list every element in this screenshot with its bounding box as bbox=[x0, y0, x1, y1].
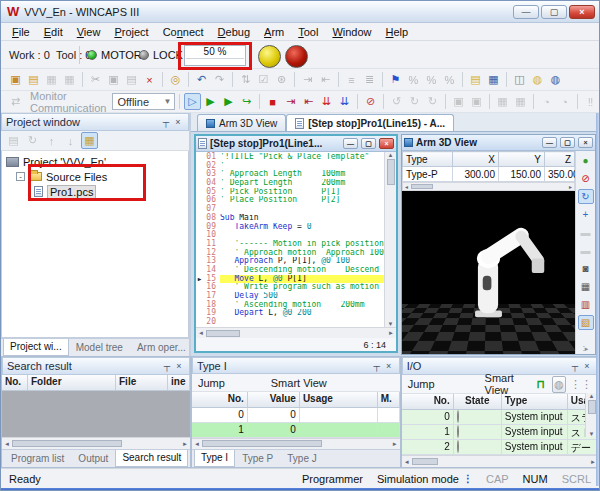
tab-arm-3d-view[interactable]: Arm 3D View bbox=[197, 114, 286, 131]
smart-view-label[interactable]: Smart View bbox=[485, 372, 530, 396]
scroll-left-icon[interactable]: ◄ bbox=[194, 441, 200, 447]
variable-row[interactable]: 10 bbox=[192, 423, 400, 438]
code-line[interactable]: 03' Approach Length 100mm bbox=[196, 170, 384, 179]
code-line[interactable]: 19 Depart L, @0 200 bbox=[196, 309, 384, 318]
speed-bar[interactable] bbox=[186, 58, 244, 64]
type-horizontal-scrollbar[interactable]: ◄ ► bbox=[192, 438, 400, 449]
arm-restore-button[interactable]: ▢ bbox=[560, 137, 575, 148]
io-horizontal-scrollbar[interactable]: ◄ ► bbox=[402, 455, 598, 467]
pulse-icon[interactable]: ⊓ bbox=[534, 376, 548, 393]
code-line[interactable]: 07 bbox=[196, 205, 384, 214]
editor-minimize-button[interactable]: — bbox=[343, 138, 358, 149]
search-result-body[interactable] bbox=[2, 391, 190, 437]
code-line[interactable]: 09 TakeArm Keep = 0 bbox=[196, 223, 384, 232]
variable-row[interactable]: 00 bbox=[192, 408, 400, 423]
io-row[interactable]: 0System inputスラ bbox=[402, 410, 598, 425]
editor-restore-button[interactable]: ▢ bbox=[361, 138, 376, 149]
code-line[interactable]: 02' bbox=[196, 162, 384, 171]
scroll-thumb[interactable] bbox=[12, 440, 122, 447]
delete-icon[interactable]: × bbox=[141, 71, 158, 88]
breakpoint-set-icon[interactable]: ⇊ bbox=[318, 93, 335, 110]
scroll-thumb[interactable] bbox=[206, 330, 240, 337]
step-out-icon[interactable]: ⇤ bbox=[300, 93, 317, 110]
code-line[interactable]: 01'!TITLE "Pick & Place Template" bbox=[196, 153, 384, 162]
scroll-left-icon[interactable]: ◄ bbox=[198, 330, 204, 336]
code-line[interactable]: 13 Approach P, P[1], @0 100 bbox=[196, 257, 384, 266]
lamp-icon[interactable]: ◍ bbox=[552, 376, 566, 393]
io-row[interactable]: 2System inputデー bbox=[402, 440, 598, 455]
editor-vertical-scrollbar[interactable]: ▲ ▼ bbox=[384, 152, 396, 327]
code-line[interactable]: 12 ' Approach motion Approach 100m bbox=[196, 249, 384, 258]
menu-project[interactable]: Project bbox=[107, 25, 155, 39]
variable-window-icon[interactable]: ▤ bbox=[467, 71, 484, 88]
scroll-up-icon[interactable]: ▲ bbox=[388, 152, 394, 158]
continue-icon[interactable]: ▶ bbox=[220, 93, 237, 110]
code-line[interactable]: 16 ' Write program such as motion o bbox=[196, 283, 384, 292]
pin-icon[interactable]: ┬ bbox=[160, 117, 172, 127]
tree-item-source-files[interactable]: - Source Files bbox=[6, 169, 188, 184]
close-button[interactable]: × bbox=[569, 5, 595, 19]
scroll-thumb[interactable] bbox=[588, 400, 596, 414]
menu-file[interactable]: File bbox=[5, 25, 37, 39]
breakpoint-clear-icon[interactable]: ⇊ bbox=[336, 93, 353, 110]
code-line[interactable]: 18 ' Ascending motion 200mm bbox=[196, 301, 384, 310]
pin-icon[interactable]: ┬ bbox=[161, 361, 173, 371]
scroll-thumb[interactable] bbox=[411, 184, 433, 189]
tab-search-result[interactable]: Search result bbox=[115, 450, 188, 467]
robot-3d-viewport[interactable] bbox=[402, 191, 575, 354]
close-panel-icon[interactable]: × bbox=[172, 117, 184, 127]
arm-minimize-button[interactable]: — bbox=[542, 137, 557, 148]
code-line[interactable]: 05' Pick Position P[1] bbox=[196, 188, 384, 197]
no-entry-icon[interactable]: ⊘ bbox=[578, 171, 594, 186]
scroll-right-icon[interactable]: ► bbox=[388, 330, 394, 336]
code-editor[interactable]: 01'!TITLE "Pick & Place Template"02'03' … bbox=[196, 152, 384, 327]
search-icon[interactable]: ◎ bbox=[167, 71, 184, 88]
pause-hand-icon[interactable]: ⊘ bbox=[362, 93, 379, 110]
tab-program-editor[interactable]: [Step stop]Pro1(Line15) - A... bbox=[286, 114, 454, 131]
strip-overflow-icon[interactable]: ⁚▸ bbox=[583, 345, 589, 354]
scroll-thumb[interactable] bbox=[202, 440, 322, 447]
error-monitor-icon[interactable]: ◍ bbox=[547, 71, 564, 88]
code-line[interactable]: 10 bbox=[196, 231, 384, 240]
code-line[interactable]: 17 Delay 500 bbox=[196, 292, 384, 301]
tab-model-tree[interactable]: Model tree bbox=[69, 339, 130, 356]
code-line[interactable]: 08Sub Main bbox=[196, 214, 384, 223]
menu-tool[interactable]: Tool bbox=[291, 25, 325, 39]
pan-view-icon[interactable]: + bbox=[578, 207, 594, 222]
reset-program-icon[interactable]: ▷ bbox=[184, 93, 201, 110]
camera-icon[interactable]: ◙ bbox=[578, 261, 594, 276]
tree-item-pro1-pcs[interactable]: Pro1.pcs bbox=[6, 184, 188, 199]
close-panel-icon[interactable]: × bbox=[581, 361, 593, 371]
box-3d-icon[interactable]: ▧ bbox=[578, 315, 594, 330]
col-x[interactable]: X bbox=[453, 152, 499, 167]
scroll-right-icon[interactable]: ► bbox=[568, 184, 573, 190]
tab-arm-operation[interactable]: Arm oper... bbox=[130, 339, 193, 356]
tab-program-list[interactable]: Program list bbox=[4, 450, 71, 467]
scroll-thumb[interactable] bbox=[387, 159, 395, 185]
collision-icon[interactable]: ● bbox=[578, 153, 594, 168]
pin-icon[interactable]: ┬ bbox=[371, 361, 383, 371]
editor-close-button[interactable]: × bbox=[379, 138, 394, 149]
toolbar-overflow-icon[interactable]: ⋮⋮ bbox=[570, 378, 592, 391]
motor-indicator[interactable]: MOTOR bbox=[87, 49, 142, 61]
record-icon[interactable]: ▦ bbox=[578, 279, 594, 294]
tab-type-j[interactable]: Type J bbox=[280, 450, 323, 467]
jump-label[interactable]: Jump bbox=[198, 377, 225, 389]
tab-type-i[interactable]: Type I bbox=[194, 450, 235, 467]
rotate-view-icon[interactable]: ↻ bbox=[578, 189, 594, 204]
lock-indicator[interactable]: LOCK bbox=[139, 49, 183, 61]
close-panel-icon[interactable]: × bbox=[173, 361, 185, 371]
tab-output[interactable]: Output bbox=[71, 450, 115, 467]
col-y[interactable]: Y bbox=[499, 152, 545, 167]
code-line[interactable]: 06' Place Position P[2] bbox=[196, 196, 384, 205]
col-z[interactable]: Z bbox=[545, 152, 575, 167]
speed-control[interactable]: 50 % bbox=[184, 45, 246, 66]
scroll-right-icon[interactable]: ► bbox=[392, 441, 398, 447]
scroll-thumb[interactable] bbox=[412, 458, 438, 465]
arm-close-button[interactable]: × bbox=[578, 137, 593, 148]
stop-icon[interactable]: ■ bbox=[264, 93, 281, 110]
menu-help[interactable]: Help bbox=[379, 25, 416, 39]
scroll-left-icon[interactable]: ◄ bbox=[4, 441, 10, 447]
open-project-icon[interactable]: ▤ bbox=[25, 71, 42, 88]
connection-mode-select[interactable]: Offline ▼ bbox=[112, 93, 175, 110]
